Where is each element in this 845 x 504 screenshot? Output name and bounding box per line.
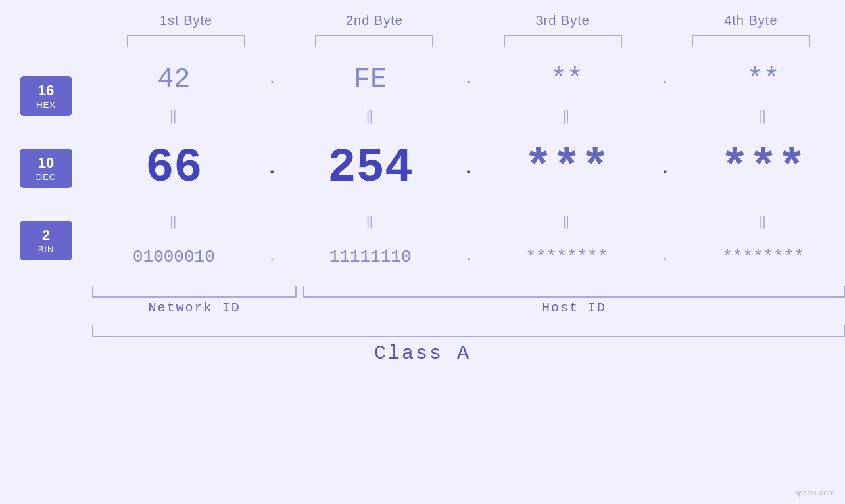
main-container: 1st Byte 2nd Byte 3rd Byte 4th Byte 16 H… — [0, 0, 845, 504]
dec-b1-cell: 66 — [92, 141, 256, 195]
bin-badge-number: 2 — [42, 227, 50, 244]
labels-row: Network ID Host ID — [0, 300, 845, 315]
bracket-cell-3 — [469, 35, 657, 47]
top-bracket-2 — [315, 35, 433, 47]
bin-badge: 2 BIN — [20, 221, 72, 260]
byte1-header: 1st Byte — [92, 13, 280, 28]
network-id-label: Network ID — [92, 300, 297, 315]
dec-dot-1: . — [256, 157, 289, 179]
top-bracket-1 — [127, 35, 245, 47]
dec-b1: 66 — [145, 141, 202, 195]
bin-row: 01000010 . 11111110 . ******** . — [92, 231, 845, 283]
dec-b3-cell: *** — [485, 141, 649, 195]
equals-row-1: ‖ ‖ ‖ ‖ — [92, 106, 845, 126]
bin-dot-3: . — [648, 250, 681, 263]
eq1-b2: ‖ — [289, 108, 452, 124]
bin-b3: ******** — [525, 247, 608, 267]
bin-b2-cell: 11111110 — [289, 247, 452, 267]
hex-row: 42 . FE . ** . ** — [92, 53, 845, 106]
dec-dot-2: . — [452, 157, 485, 179]
bin-b1-cell: 01000010 — [92, 247, 256, 267]
byte-headers: 1st Byte 2nd Byte 3rd Byte 4th Byte — [0, 13, 845, 28]
hex-dot-2: . — [452, 72, 485, 87]
hex-dot-3: . — [648, 72, 681, 87]
bin-dot-1: . — [256, 250, 289, 263]
class-label: Class A — [0, 342, 845, 365]
watermark: ipshu.com — [796, 488, 835, 497]
dec-badge: 10 DEC — [20, 149, 72, 188]
eq1-b4: ‖ — [681, 108, 845, 124]
rows-container: 42 . FE . ** . ** — [92, 53, 845, 283]
hex-badge-label: HEX — [36, 100, 56, 110]
byte3-header: 3rd Byte — [469, 13, 657, 28]
hex-b4-cell: ** — [681, 64, 845, 95]
eq2-b2: ‖ — [289, 213, 452, 229]
host-id-bracket — [303, 286, 845, 298]
dec-b2-cell: 254 — [289, 141, 452, 195]
badges-column: 16 HEX 10 DEC 2 BIN — [0, 53, 92, 283]
bin-dot-2: . — [452, 250, 485, 263]
hex-badge-number: 16 — [38, 82, 54, 99]
class-bracket — [92, 325, 845, 337]
dec-badge-label: DEC — [36, 172, 56, 182]
top-brackets — [0, 35, 845, 47]
top-bracket-3 — [504, 35, 622, 47]
eq2-b4: ‖ — [681, 213, 845, 229]
hex-b1-cell: 42 — [92, 64, 256, 95]
eq2-b1: ‖ — [92, 213, 256, 229]
bin-b1: 01000010 — [133, 247, 215, 267]
bracket-cell-4 — [657, 35, 845, 47]
dec-b4: *** — [721, 141, 806, 195]
dec-b4-cell: *** — [681, 141, 845, 195]
dec-badge-number: 10 — [38, 154, 54, 172]
hex-badge: 16 HEX — [20, 76, 72, 116]
eq1-b1: ‖ — [92, 108, 256, 124]
dec-b2: 254 — [327, 141, 413, 195]
hex-b4: ** — [746, 64, 779, 95]
eq1-b3: ‖ — [485, 108, 649, 124]
bracket-cell-1 — [92, 35, 280, 47]
byte2-header: 2nd Byte — [280, 13, 468, 28]
equals-row-2: ‖ ‖ ‖ ‖ — [92, 211, 845, 231]
network-id-bracket — [92, 286, 297, 298]
dec-row: 66 . 254 . *** . *** — [92, 126, 845, 211]
hex-b2: FE — [354, 64, 387, 95]
bin-b4-cell: ******** — [681, 247, 845, 267]
content-area: 16 HEX 10 DEC 2 BIN 42 . — [0, 53, 845, 283]
hex-b3-cell: ** — [485, 64, 649, 95]
dec-b3: *** — [524, 141, 610, 195]
top-bracket-4 — [692, 35, 810, 47]
hex-b2-cell: FE — [289, 64, 452, 95]
eq2-b3: ‖ — [485, 213, 649, 229]
hex-dot-1: . — [256, 72, 289, 87]
bin-b2: 11111110 — [329, 247, 412, 267]
bin-b3-cell: ******** — [485, 247, 649, 267]
host-id-label: Host ID — [303, 300, 845, 315]
byte4-header: 4th Byte — [657, 13, 845, 28]
bin-b4: ******** — [722, 247, 804, 267]
bin-badge-label: BIN — [38, 244, 55, 254]
hex-b1: 42 — [157, 64, 190, 95]
dec-dot-3: . — [648, 157, 681, 179]
bracket-cell-2 — [280, 35, 468, 47]
bottom-bracket-row — [0, 286, 845, 298]
hex-b3: ** — [550, 64, 583, 95]
